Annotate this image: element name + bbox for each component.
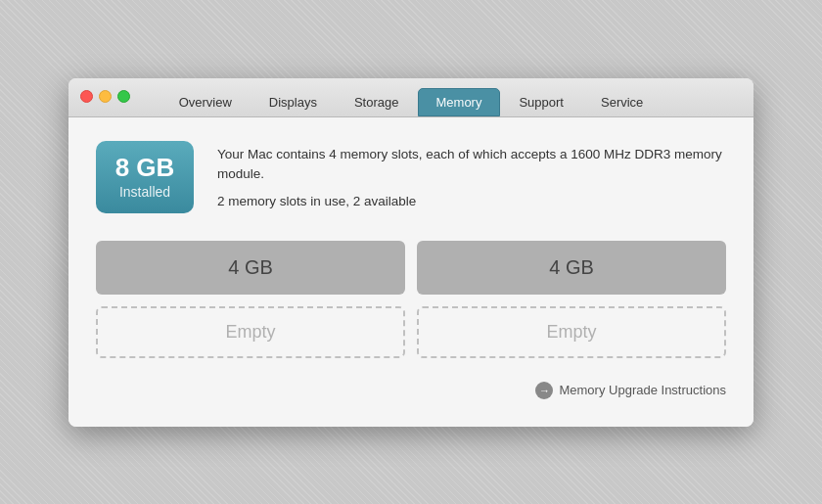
memory-badge: 8 GB Installed xyxy=(96,141,194,213)
content-area: 8 GB Installed Your Mac contains 4 memor… xyxy=(68,117,754,427)
tab-support[interactable]: Support xyxy=(500,88,582,116)
zoom-button[interactable] xyxy=(117,90,130,103)
memory-badge-value: 8 GB xyxy=(114,155,176,180)
memory-slot-3: Empty xyxy=(96,306,405,358)
tab-storage[interactable]: Storage xyxy=(336,88,418,116)
title-bar: Overview Displays Storage Memory Support… xyxy=(68,78,754,117)
memory-slot-1: 4 GB xyxy=(96,241,405,295)
memory-slots-grid: 4 GB 4 GB Empty Empty xyxy=(96,241,726,358)
memory-info: Your Mac contains 4 memory slots, each o… xyxy=(217,141,726,209)
upgrade-instructions-link[interactable]: → Memory Upgrade Instructions xyxy=(535,382,726,399)
memory-slot-4: Empty xyxy=(417,306,726,358)
upgrade-instructions-label: Memory Upgrade Instructions xyxy=(559,383,726,397)
tab-displays[interactable]: Displays xyxy=(251,88,336,116)
tab-bar: Overview Displays Storage Memory Support… xyxy=(160,88,662,116)
tab-memory[interactable]: Memory xyxy=(418,88,501,116)
info-row: 8 GB Installed Your Mac contains 4 memor… xyxy=(96,141,726,213)
memory-description: Your Mac contains 4 memory slots, each o… xyxy=(217,145,726,185)
memory-badge-label: Installed xyxy=(114,184,176,200)
tab-service[interactable]: Service xyxy=(582,88,662,116)
tab-overview[interactable]: Overview xyxy=(160,88,251,116)
traffic-lights xyxy=(80,90,130,103)
upgrade-icon: → xyxy=(535,382,553,399)
footer-row: → Memory Upgrade Instructions xyxy=(96,374,726,399)
close-button[interactable] xyxy=(80,90,93,103)
memory-slots-status: 2 memory slots in use, 2 available xyxy=(217,194,726,208)
memory-slot-2: 4 GB xyxy=(417,241,726,295)
main-window: Overview Displays Storage Memory Support… xyxy=(68,78,754,427)
minimize-button[interactable] xyxy=(99,90,112,103)
